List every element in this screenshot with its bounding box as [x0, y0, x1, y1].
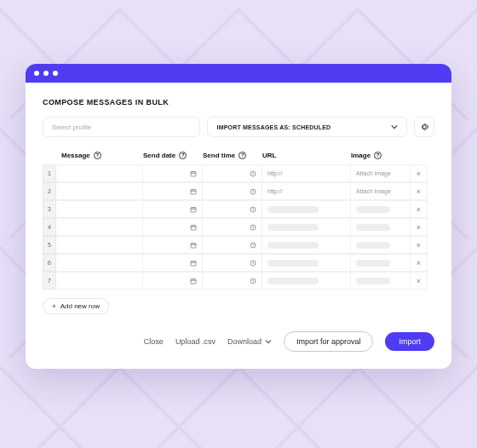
plus-icon: +	[52, 302, 56, 310]
send-date-cell[interactable]	[143, 200, 203, 218]
placeholder	[356, 224, 390, 231]
delete-row-button[interactable]: ×	[411, 218, 428, 236]
message-cell[interactable]	[56, 272, 143, 290]
svg-rect-4	[191, 207, 196, 211]
delete-row-button[interactable]: ×	[411, 272, 428, 290]
download-button[interactable]: Download	[227, 337, 272, 346]
clock-icon	[250, 224, 256, 231]
close-icon: ×	[417, 187, 421, 196]
upload-csv-button[interactable]: Upload .csv	[175, 337, 216, 346]
col-message: Message ?	[56, 152, 143, 159]
svg-rect-10	[191, 261, 196, 265]
delete-row-button[interactable]: ×	[411, 254, 428, 272]
image-cell[interactable]: Attach image	[351, 182, 411, 200]
settings-button[interactable]	[414, 117, 434, 137]
url-cell[interactable]	[262, 218, 351, 236]
send-date-cell[interactable]	[143, 182, 203, 200]
placeholder	[356, 278, 390, 284]
calendar-icon	[190, 206, 197, 213]
calendar-icon	[190, 224, 197, 231]
help-icon[interactable]: ?	[179, 152, 187, 159]
message-cell[interactable]	[56, 254, 143, 272]
calendar-icon	[190, 260, 197, 267]
content-area: COMPOSE MESSAGES IN BULK Select profile …	[26, 83, 451, 369]
send-date-cell[interactable]	[143, 236, 203, 254]
close-button[interactable]: Close	[144, 337, 164, 346]
delete-row-button[interactable]: ×	[411, 182, 428, 200]
image-cell[interactable]	[351, 200, 411, 218]
add-row-button[interactable]: + Add new row	[43, 298, 109, 314]
col-url-label: URL	[262, 152, 276, 159]
send-time-cell[interactable]	[203, 272, 262, 290]
close-icon: ×	[417, 169, 421, 178]
svg-rect-8	[191, 243, 196, 247]
message-cell[interactable]	[56, 164, 143, 182]
help-icon[interactable]: ?	[94, 152, 101, 159]
svg-rect-0	[191, 171, 196, 175]
profile-select[interactable]: Select profile	[43, 117, 200, 137]
send-time-cell[interactable]	[203, 218, 262, 236]
help-icon[interactable]: ?	[374, 152, 382, 159]
close-icon: ×	[417, 241, 421, 250]
profile-placeholder: Select profile	[52, 123, 91, 131]
send-date-cell[interactable]	[143, 218, 203, 236]
placeholder	[267, 278, 319, 284]
send-time-cell[interactable]	[203, 254, 262, 272]
col-url: URL	[262, 152, 351, 159]
image-cell[interactable]	[351, 218, 411, 236]
col-send-time: Send time ?	[203, 152, 262, 159]
placeholder	[356, 242, 390, 249]
table-row: 6×	[43, 254, 434, 272]
message-cell[interactable]	[56, 182, 143, 200]
url-cell[interactable]	[262, 254, 351, 272]
calendar-icon	[190, 242, 197, 249]
col-image: Image ?	[351, 152, 411, 159]
import-button[interactable]: Import	[385, 332, 434, 351]
url-cell[interactable]	[262, 272, 351, 290]
import-mode-label: IMPORT MESSAGES AS: SCHEDULED	[216, 124, 330, 130]
import-mode-select[interactable]: IMPORT MESSAGES AS: SCHEDULED	[207, 117, 407, 137]
clock-icon	[250, 242, 256, 249]
placeholder	[267, 206, 319, 213]
svg-rect-2	[191, 189, 196, 193]
url-cell[interactable]	[262, 200, 351, 218]
close-icon: ×	[417, 277, 421, 285]
calendar-icon	[190, 170, 197, 177]
image-cell[interactable]	[351, 254, 411, 272]
window-dot	[43, 71, 49, 76]
image-cell[interactable]: Attach image	[351, 164, 411, 182]
placeholder	[267, 260, 319, 267]
send-date-cell[interactable]	[143, 164, 203, 182]
send-time-cell[interactable]	[203, 200, 262, 218]
send-time-cell[interactable]	[203, 236, 262, 254]
send-date-cell[interactable]	[143, 254, 203, 272]
url-cell[interactable]	[262, 236, 351, 254]
image-cell[interactable]	[351, 236, 411, 254]
table-row: 5×	[43, 236, 434, 254]
row-number: 7	[43, 272, 56, 290]
footer: Close Upload .csv Download Import for ap…	[43, 331, 434, 352]
delete-row-button[interactable]: ×	[411, 200, 428, 218]
row-number: 2	[43, 182, 56, 200]
message-cell[interactable]	[56, 200, 143, 218]
calendar-icon	[190, 188, 197, 195]
send-time-cell[interactable]	[203, 164, 262, 182]
delete-row-button[interactable]: ×	[411, 236, 428, 254]
url-cell[interactable]: http://	[262, 182, 351, 200]
help-icon[interactable]: ?	[238, 152, 246, 159]
download-label: Download	[227, 337, 261, 346]
import-approval-button[interactable]: Import for approval	[284, 331, 374, 352]
message-cell[interactable]	[56, 236, 143, 254]
message-cell[interactable]	[56, 218, 143, 236]
table-row: 1http://Attach image×	[43, 164, 434, 182]
send-date-cell[interactable]	[143, 272, 203, 290]
url-cell[interactable]: http://	[262, 164, 351, 182]
delete-row-button[interactable]: ×	[411, 164, 428, 182]
send-time-cell[interactable]	[203, 182, 262, 200]
row-number: 1	[43, 164, 56, 182]
col-image-label: Image	[351, 152, 371, 159]
clock-icon	[250, 206, 256, 213]
table-body: 1http://Attach image×2http://Attach imag…	[43, 164, 434, 290]
clock-icon	[250, 260, 256, 267]
image-cell[interactable]	[351, 272, 411, 290]
